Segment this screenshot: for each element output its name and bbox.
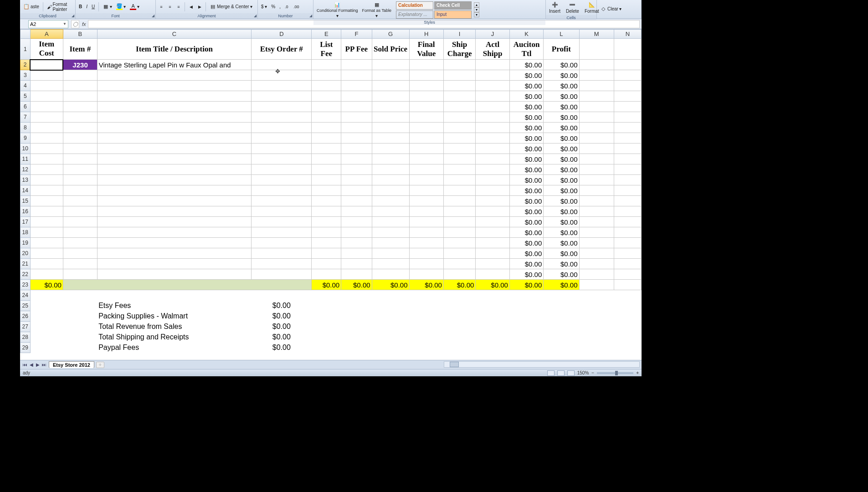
cell[interactable] [476, 81, 510, 91]
cell[interactable] [63, 238, 97, 248]
cell[interactable] [30, 311, 63, 322]
cell[interactable] [30, 206, 63, 217]
cell[interactable] [476, 269, 510, 280]
cell[interactable] [63, 144, 97, 154]
style-calculation[interactable]: Calculation [396, 1, 433, 10]
cell[interactable]: $0.00 [509, 269, 543, 280]
cell[interactable] [312, 322, 341, 332]
cell[interactable] [372, 81, 409, 91]
cell[interactable] [409, 164, 443, 175]
cell[interactable]: $0.00 [544, 154, 579, 164]
column-header[interactable]: N [614, 30, 641, 39]
cell[interactable] [443, 123, 475, 133]
cell[interactable] [252, 259, 312, 269]
cell[interactable] [312, 206, 341, 217]
row-header[interactable]: 10 [21, 144, 31, 154]
cell[interactable] [372, 154, 409, 164]
cell[interactable] [579, 154, 614, 164]
cell[interactable] [30, 70, 63, 81]
cell[interactable] [409, 112, 443, 123]
row-header[interactable]: 9 [21, 133, 31, 144]
cell[interactable]: $0.00 [509, 154, 543, 164]
cell[interactable]: $0.00 [509, 206, 543, 217]
cell[interactable] [372, 206, 409, 217]
cell[interactable] [443, 112, 475, 123]
cell[interactable] [443, 332, 475, 343]
cell[interactable] [341, 227, 372, 238]
cell[interactable]: $0.00 [509, 259, 543, 269]
cell[interactable] [252, 60, 312, 70]
cell[interactable] [443, 91, 475, 102]
row-header[interactable]: 11 [21, 154, 31, 164]
cell[interactable] [30, 322, 63, 332]
dialog-launcher-icon[interactable]: ◢ [254, 14, 257, 18]
dialog-launcher-icon[interactable]: ◢ [72, 14, 74, 18]
cell[interactable] [341, 154, 372, 164]
cell[interactable] [30, 91, 63, 102]
cell[interactable]: $0.00 [509, 164, 543, 175]
row-header[interactable]: 12 [21, 164, 31, 175]
fx-icon[interactable]: fx [82, 21, 86, 27]
cell[interactable] [579, 70, 614, 81]
indent-button[interactable]: ▶ [196, 4, 203, 10]
cell[interactable] [476, 259, 510, 269]
cell[interactable] [341, 144, 372, 154]
cell[interactable] [312, 227, 341, 238]
cell[interactable]: $0.00 [544, 185, 579, 196]
cell[interactable] [544, 332, 579, 343]
cell[interactable] [97, 175, 252, 185]
cell[interactable] [476, 185, 510, 196]
cell[interactable] [341, 112, 372, 123]
cell[interactable] [544, 290, 579, 301]
header-cell[interactable]: PP Fee [341, 39, 372, 60]
cell[interactable] [409, 60, 443, 70]
cell[interactable]: $0.00 [544, 60, 579, 70]
bold-button[interactable]: B [77, 4, 83, 10]
cell[interactable] [579, 217, 614, 227]
cell[interactable]: $0.00 [509, 112, 543, 123]
underline-button[interactable]: U [90, 4, 96, 10]
cell[interactable]: $0.00 [509, 133, 543, 144]
cell[interactable] [30, 133, 63, 144]
cell[interactable] [97, 164, 252, 175]
cell[interactable] [579, 238, 614, 248]
cell[interactable] [409, 144, 443, 154]
cell[interactable]: $0.00 [509, 60, 543, 70]
cell[interactable]: $0.00 [544, 217, 579, 227]
cell[interactable] [443, 60, 475, 70]
cell[interactable] [312, 343, 341, 353]
cell[interactable] [509, 332, 543, 343]
cell[interactable] [341, 259, 372, 269]
cell[interactable]: $0.00 [544, 196, 579, 206]
cell[interactable] [252, 70, 312, 81]
cell[interactable] [312, 217, 341, 227]
zoom-in-button[interactable]: + [636, 370, 639, 375]
row-header[interactable]: 28 [21, 332, 31, 343]
header-cell[interactable]: ShipCharge [443, 39, 475, 60]
row-header[interactable]: 8 [21, 123, 31, 133]
cell[interactable] [63, 332, 97, 343]
cell[interactable] [341, 332, 372, 343]
row-header[interactable]: 18 [21, 227, 31, 238]
cell[interactable] [409, 196, 443, 206]
header-cell[interactable]: Item Title / Description [97, 39, 252, 60]
cell[interactable] [443, 301, 475, 311]
font-color-button[interactable]: A▾ [128, 3, 141, 10]
cell[interactable] [312, 311, 341, 322]
cell[interactable] [252, 81, 312, 91]
cell[interactable] [579, 290, 614, 301]
cell[interactable] [252, 196, 312, 206]
cell[interactable] [614, 206, 641, 217]
cell[interactable]: $0.00 [372, 280, 409, 290]
cell[interactable] [63, 280, 311, 290]
cell[interactable] [579, 280, 614, 290]
normal-view-button[interactable] [547, 370, 555, 376]
cell[interactable] [614, 238, 641, 248]
cell[interactable] [341, 60, 372, 70]
cell[interactable] [97, 81, 252, 91]
cell[interactable] [544, 301, 579, 311]
cell[interactable] [509, 301, 543, 311]
cell[interactable] [409, 91, 443, 102]
cell[interactable] [443, 311, 475, 322]
cell[interactable]: $0.00 [544, 259, 579, 269]
